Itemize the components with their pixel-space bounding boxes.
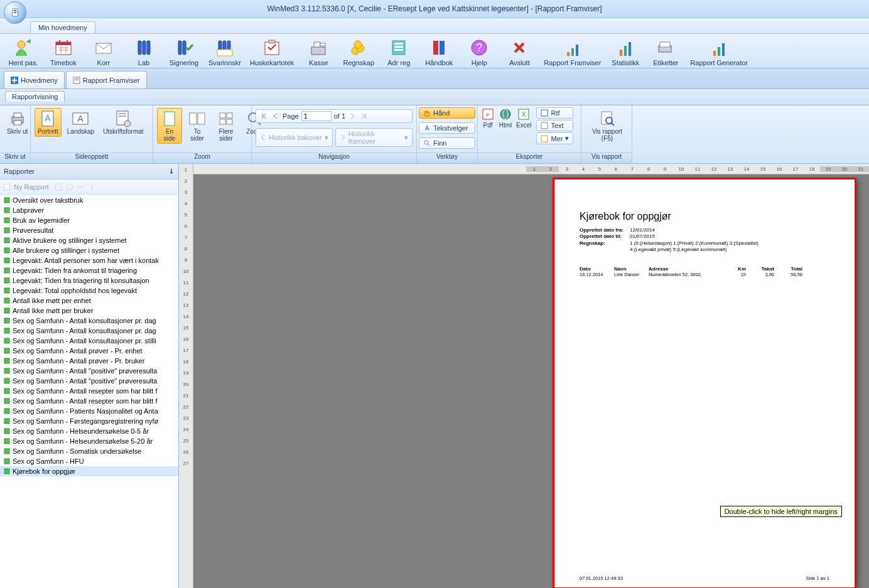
list-item[interactable]: Labprøver <box>0 205 178 215</box>
nav-last-button[interactable] <box>359 112 368 120</box>
print-button[interactable]: Skriv ut <box>4 108 31 137</box>
export-html-button[interactable]: Html <box>497 107 514 129</box>
new-report-button[interactable]: Ny Rapport <box>3 183 49 191</box>
svg-rect-2 <box>14 12 17 13</box>
export-more-button[interactable]: Mer▾ <box>536 132 573 144</box>
list-item[interactable]: Sex og Samfunn - Førstegangsregistrering… <box>0 416 178 426</box>
tab-hovedmeny[interactable]: Hovedmeny <box>4 71 65 88</box>
list-item[interactable]: Sex og Samfunn - Antall prøver - Pr. bru… <box>0 356 178 366</box>
list-item[interactable]: Sex og Samfunn - HFU <box>0 456 178 466</box>
page-setup-icon <box>115 110 131 127</box>
more-pages-button[interactable]: Flere sider <box>212 108 240 144</box>
export-rtf-button[interactable]: Rtf <box>536 107 573 119</box>
tab-rapportvisning[interactable]: Rapportvisning <box>5 91 65 102</box>
list-item[interactable]: Oversikt over takstbruk <box>0 195 178 205</box>
hjelp-button[interactable]: ?Hjelp <box>461 36 497 68</box>
svg-text:X: X <box>522 111 526 118</box>
list-item[interactable]: Sex og Samfunn - Antall prøver - Pr. enh… <box>0 346 178 356</box>
forward-icon <box>340 134 346 141</box>
list-item[interactable]: Sex og Samfunn - Antall konsultasjoner p… <box>0 336 178 346</box>
app-orb-button[interactable] <box>4 1 26 24</box>
statistikk-button[interactable]: Statistikk <box>607 36 644 68</box>
avslutt-button[interactable]: Avslutt <box>501 36 537 68</box>
tool-icon-1[interactable] <box>54 183 63 191</box>
list-item[interactable]: Sex og Samfunn - Antall resepter som har… <box>0 396 178 406</box>
tool-icon-3[interactable] <box>77 183 85 191</box>
etiketter-button[interactable]: Etiketter <box>647 36 684 68</box>
rapport-framviser-button[interactable]: Rapport Framviser <box>541 36 603 68</box>
kasse-button[interactable]: Kasse <box>300 36 337 68</box>
handbok-button[interactable]: Håndbok <box>421 36 457 68</box>
list-item[interactable]: Aktive brukere og stillinger i systemet <box>0 235 178 245</box>
export-excel-button[interactable]: XExcel <box>514 107 533 129</box>
list-item[interactable]: Sex og Samfunn - Helseundersøkelse 0-5 å… <box>0 426 178 436</box>
rapport-generator-icon <box>709 38 729 58</box>
list-item[interactable]: Sex og Samfunn - Somatisk undersøkelse <box>0 446 178 456</box>
tab-rapport-framviser[interactable]: Rapport Framviser <box>66 71 147 88</box>
hent-pas-button[interactable]: Hent pas. <box>5 36 41 68</box>
rapport-generator-button[interactable]: Rapport Generator <box>688 36 750 68</box>
list-item[interactable]: Antall ikke møtt per bruker <box>0 306 178 316</box>
list-item[interactable]: Alle brukere og stillinger i systemet <box>0 245 178 255</box>
export-pdf-button[interactable]: PPdf <box>479 107 497 129</box>
lab-button[interactable]: Lab <box>126 36 162 68</box>
nav-first-button[interactable] <box>260 112 269 120</box>
list-item[interactable]: Prøveresultat <box>0 225 178 235</box>
pin-icon[interactable] <box>168 168 175 174</box>
one-page-button[interactable]: En side <box>157 108 182 144</box>
tool-icon-2[interactable] <box>65 183 74 191</box>
svg-rect-31 <box>394 43 403 45</box>
more-icon <box>541 135 548 142</box>
list-item[interactable]: Sex og Samfunn - Helseundersøkelse 5-20 … <box>0 436 178 446</box>
list-item[interactable]: Sex og Samfunn - Antall resepter som har… <box>0 386 178 396</box>
text-select-button[interactable]: ATekstvelger <box>419 122 475 134</box>
adr-reg-button[interactable]: Adr reg <box>381 36 417 68</box>
nav-prev-button[interactable] <box>271 112 280 120</box>
history-forward-button[interactable]: Historikk framover▾ <box>335 128 413 147</box>
huskekartotek-label: Huskekartotek <box>250 59 294 67</box>
svg-rect-39 <box>571 48 574 56</box>
hjelp-label: Hjelp <box>472 59 487 67</box>
list-item[interactable]: Sex og Samfunn - Antall "positive" prøve… <box>0 366 178 376</box>
portrait-button[interactable]: A Portrett <box>35 108 62 137</box>
landscape-icon: A <box>72 112 89 126</box>
html-label: Html <box>499 122 512 129</box>
list-item[interactable]: Sex og Samfunn - Antall konsultasjoner p… <box>0 316 178 326</box>
list-item[interactable]: Legevakt: Tiden fra triagering til konsu… <box>0 275 178 286</box>
list-item-label: Sex og Samfunn - Antall resepter som har… <box>13 397 158 405</box>
list-item[interactable]: Legevakt: Tiden fra ankomst til triageri… <box>0 265 178 275</box>
two-pages-icon <box>188 112 206 126</box>
list-item[interactable]: Legevakt: Antall personer som har vært i… <box>0 255 178 265</box>
page-input[interactable] <box>301 111 332 121</box>
korr-button[interactable]: Korr <box>85 36 122 68</box>
huskekartotek-button[interactable]: Huskekartotek <box>247 36 296 68</box>
list-item[interactable]: Kjørebok for oppgjør <box>0 466 178 476</box>
landscape-button[interactable]: A Landskap <box>64 108 97 137</box>
list-item[interactable]: Sex og Samfunn - Antall konsultasjoner p… <box>0 326 178 336</box>
nav-next-button[interactable] <box>348 112 357 120</box>
list-item[interactable]: Sex og Samfunn - Antall "positive" prøve… <box>0 376 178 386</box>
one-page-icon <box>163 110 176 127</box>
export-text-button[interactable]: Text <box>536 120 573 131</box>
show-report-button[interactable]: Vis rapport (F5) <box>585 108 629 144</box>
list-item[interactable]: Bruk av legemidler <box>0 215 178 225</box>
svg-rect-105 <box>4 318 9 323</box>
report-canvas[interactable]: 123456789101112131415161718192021 Kjøreb… <box>193 164 869 588</box>
tab-min-hovedmeny[interactable]: Min hovedmeny <box>30 21 95 33</box>
tool-icon-4[interactable] <box>88 183 97 191</box>
regnskap-button[interactable]: Regnskap <box>340 36 377 68</box>
find-button[interactable]: Finn <box>419 137 475 149</box>
timebok-button[interactable]: Timebok <box>45 36 82 68</box>
history-back-button[interactable]: Historikk bakover▾ <box>256 128 333 147</box>
print-format-button[interactable]: Utskriftsformat <box>100 108 146 137</box>
hand-tool-button[interactable]: Hånd <box>419 107 475 119</box>
list-item[interactable]: Antall ikke møtt per enhet <box>0 296 178 306</box>
svarinnskr-button[interactable]: Svarinnskr <box>206 36 244 68</box>
list-item[interactable]: Legevakt: Total oppholdstid hos legevakt <box>0 286 178 296</box>
svg-rect-120 <box>4 469 9 474</box>
two-pages-button[interactable]: To sider <box>185 108 210 144</box>
signering-button[interactable]: Signering <box>166 36 202 68</box>
list-item[interactable]: Sex og Samfunn - Patients Nasjonalitet o… <box>0 406 178 416</box>
list-item-label: Sex og Samfunn - Patients Nasjonalitet o… <box>13 407 158 415</box>
report-item-icon <box>4 358 10 364</box>
